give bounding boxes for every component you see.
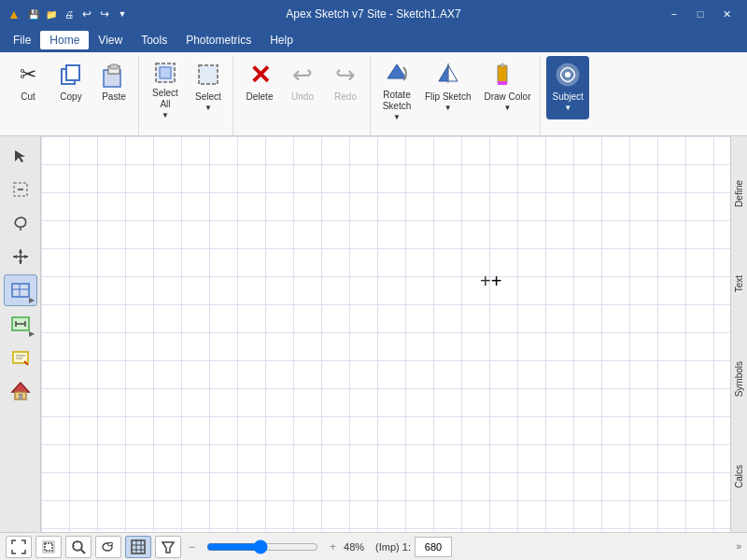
sketch-tool-expand: ▶ <box>29 296 35 304</box>
title-left: ▲ 💾 📁 🖨 ↩ ↪ ▼ <box>7 7 130 21</box>
sketch-tool[interactable]: ▶ <box>4 274 37 306</box>
status-expand[interactable]: » <box>736 541 741 552</box>
measure-tool[interactable]: ▶ <box>4 308 37 340</box>
menu-photometrics[interactable]: Photometrics <box>176 31 261 49</box>
right-panel-define[interactable]: Define <box>732 176 746 211</box>
zoom-slider[interactable] <box>206 539 318 554</box>
scale-input[interactable] <box>415 537 452 557</box>
rotate-sketch-button[interactable]: RotateSketch ▼ <box>376 56 417 119</box>
menu-file[interactable]: File <box>4 31 40 49</box>
grid <box>41 136 730 532</box>
lasso-tool[interactable] <box>4 207 37 239</box>
zoom-select-button[interactable] <box>65 536 92 558</box>
svg-marker-19 <box>19 260 22 264</box>
select-all-label: SelectAll <box>152 88 178 110</box>
redo-icon: ↪ <box>331 60 360 90</box>
svg-rect-22 <box>12 284 29 297</box>
draw-color-chevron: ▼ <box>504 104 512 112</box>
scale-label: (Imp) 1: <box>375 541 411 553</box>
flip-sketch-button[interactable]: Flip Sketch ▼ <box>419 56 476 119</box>
subject-label: Subject <box>552 91 583 103</box>
redo-button[interactable]: ↪ Redo <box>325 56 366 119</box>
draw-color-icon <box>492 60 522 90</box>
zoom-plus[interactable]: + <box>330 540 336 553</box>
svg-text:?: ? <box>19 395 21 400</box>
rotate-sketch-icon <box>382 60 412 88</box>
qa-open[interactable]: 📁 <box>44 7 59 21</box>
copy-icon <box>56 60 86 90</box>
ribbon: ✂ Cut Copy <box>0 52 747 136</box>
svg-marker-18 <box>19 249 22 253</box>
qa-save[interactable]: 💾 <box>26 7 41 21</box>
filter-button[interactable] <box>155 536 181 558</box>
copy-label: Copy <box>60 91 81 103</box>
move-tool[interactable] <box>4 241 37 273</box>
right-panel-symbols[interactable]: Symbols <box>732 357 746 400</box>
select-arrow-tool[interactable] <box>4 140 37 172</box>
qa-dropdown[interactable]: ▼ <box>115 7 130 21</box>
right-panel-text[interactable]: Text <box>732 272 746 296</box>
maximize-button[interactable]: □ <box>687 0 713 28</box>
select-icon <box>193 60 223 90</box>
zoom-realtime-button[interactable] <box>95 536 121 558</box>
svg-rect-7 <box>199 65 218 84</box>
copy-button[interactable]: Copy <box>50 56 92 119</box>
cut-icon: ✂ <box>13 60 43 90</box>
minimize-button[interactable]: − <box>661 0 687 28</box>
roof-tool[interactable]: ? <box>4 375 37 407</box>
qa-undo[interactable]: ↩ <box>79 7 94 21</box>
zoom-minus[interactable]: − <box>189 540 195 553</box>
fit-all-button[interactable] <box>6 536 32 558</box>
app-icon: ▲ <box>7 7 21 21</box>
draw-color-label: Draw Color <box>484 91 530 103</box>
qa-redo[interactable]: ↪ <box>97 7 112 21</box>
undo-button[interactable]: ↩ Undo <box>282 56 323 119</box>
svg-rect-10 <box>501 63 503 67</box>
zoom-level: 48% <box>344 541 364 553</box>
fit-select-button[interactable] <box>35 536 62 558</box>
cut-button[interactable]: ✂ Cut <box>7 56 49 119</box>
qa-print[interactable]: 🖨 <box>62 7 77 21</box>
svg-rect-4 <box>110 64 118 69</box>
canvas-area[interactable]: + <box>41 136 730 532</box>
menu-tools[interactable]: Tools <box>132 31 176 49</box>
clipboard-group: ✂ Cut Copy <box>4 56 139 135</box>
subject-button[interactable]: Subject ▼ <box>546 56 588 119</box>
title-bar: ▲ 💾 📁 🖨 ↩ ↪ ▼ Apex Sketch v7 Site - Sket… <box>0 0 747 28</box>
menu-home[interactable]: Home <box>40 31 89 49</box>
svg-marker-48 <box>162 542 174 553</box>
svg-rect-40 <box>74 542 81 550</box>
select-button[interactable]: Select ▼ <box>188 56 229 119</box>
svg-marker-32 <box>12 383 29 392</box>
select-all-button[interactable]: SelectAll ▼ <box>145 56 186 119</box>
line-tool[interactable] <box>4 174 37 205</box>
paste-icon <box>99 60 129 90</box>
menu-help[interactable]: Help <box>261 31 303 49</box>
window-controls: − □ ✕ <box>661 0 740 28</box>
delete-icon: ✕ <box>245 60 275 90</box>
paste-label: Paste <box>102 91 126 103</box>
select-label: Select <box>195 91 221 103</box>
svg-rect-37 <box>45 543 52 551</box>
svg-marker-20 <box>13 255 17 259</box>
cursor-crosshair: + <box>480 272 499 290</box>
window-title: Apex Sketch v7 Site - Sketch1.AX7 <box>286 7 460 21</box>
redo-label: Redo <box>334 91 357 103</box>
right-panel-calcs[interactable]: Calcs <box>732 461 746 492</box>
svg-marker-21 <box>24 255 28 259</box>
svg-rect-1 <box>66 65 79 80</box>
edit-group: ✕ Delete ↩ Undo ↪ Redo <box>235 56 371 135</box>
rotate-chevron: ▼ <box>393 113 401 121</box>
undo-icon: ↩ <box>288 60 317 90</box>
cut-label: Cut <box>21 91 35 103</box>
grid-snap-button[interactable] <box>125 536 151 558</box>
delete-button[interactable]: ✕ Delete <box>239 56 280 119</box>
quick-access-toolbar: 💾 📁 🖨 ↩ ↪ ▼ <box>26 7 130 21</box>
menu-view[interactable]: View <box>89 31 132 49</box>
select-chevron: ▼ <box>204 104 212 112</box>
draw-color-button[interactable]: Draw Color ▼ <box>478 56 536 119</box>
paste-button[interactable]: Paste <box>93 56 134 119</box>
annotate-tool[interactable] <box>4 342 37 373</box>
close-button[interactable]: ✕ <box>713 0 740 28</box>
delete-label: Delete <box>247 91 274 103</box>
